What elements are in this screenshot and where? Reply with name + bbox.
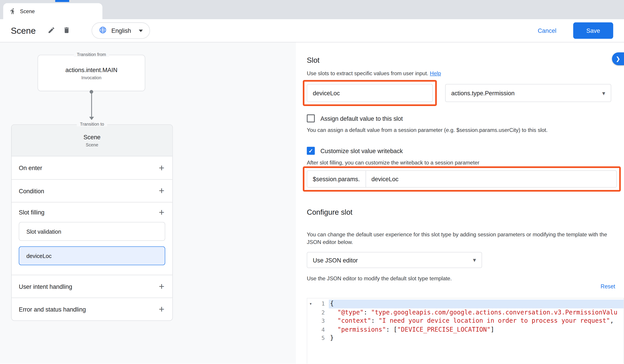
writeback-highlight: $session.params. — [303, 166, 621, 192]
slot-validation-item[interactable]: Slot validation — [19, 222, 165, 241]
connector-line — [91, 93, 92, 117]
app-header: Scene English Cancel Save — [0, 19, 624, 42]
tab-title: Scene — [20, 8, 35, 14]
code-line[interactable]: 5} — [307, 334, 624, 343]
writeback-checkbox[interactable]: ✓ — [307, 147, 315, 155]
writeback-field: $session.params. — [307, 171, 617, 188]
app-window: Scene Scene English Cancel Save — [0, 0, 624, 364]
connector-arrowhead-icon — [89, 117, 94, 120]
transition-from-node[interactable]: Transition from actions.intent.MAIN Invo… — [37, 55, 145, 91]
user-intent-handling-row[interactable]: User intent handling + — [12, 275, 173, 297]
walking-person-icon — [10, 8, 16, 15]
edit-scene-button[interactable] — [44, 23, 59, 38]
intent-name: actions.intent.MAIN — [65, 66, 117, 73]
error-status-handling-row[interactable]: Error and status handling + — [12, 297, 173, 320]
code-line[interactable]: 3 "context": "I need your device locatio… — [307, 317, 624, 326]
code-line[interactable]: ▾1{ — [307, 300, 624, 308]
slot-list: Slot validation deviceLoc — [12, 222, 173, 275]
check-icon: ✓ — [309, 148, 313, 154]
default-help-text: You can assign a default value from a se… — [307, 127, 624, 133]
add-user-intent-icon[interactable]: + — [159, 282, 164, 291]
slot-section-title: Slot — [307, 56, 624, 65]
intent-subtitle: Invocation — [81, 75, 102, 80]
transition-from-caption: Transition from — [74, 52, 109, 57]
chevron-right-icon: ❯ — [616, 55, 621, 62]
globe-icon — [99, 26, 107, 35]
page-title: Scene — [11, 26, 36, 36]
line-number: 5 — [307, 334, 329, 343]
scene-node-title: Scene — [83, 134, 101, 140]
line-number: 3 — [307, 317, 329, 326]
scene-node-subtitle: Scene — [86, 142, 98, 147]
help-link[interactable]: Help — [430, 70, 441, 76]
scene-node-header[interactable]: Transition to Scene Scene — [12, 125, 173, 156]
transition-to-caption: Transition to — [77, 122, 107, 127]
slot-type-select[interactable]: actions.type.Permission ▾ — [445, 84, 611, 102]
code-line[interactable]: 4 "permissions": ["DEVICE_PRECISE_LOCATI… — [307, 325, 624, 334]
delete-scene-button[interactable] — [59, 23, 74, 38]
json-editor-helper: Use the JSON editor to modify the defaul… — [307, 276, 624, 282]
writeback-help-text: After slot filling, you can customize th… — [307, 159, 624, 166]
dropdown-caret-icon: ▾ — [602, 89, 605, 97]
add-on-enter-icon[interactable]: + — [159, 163, 164, 173]
slot-name-highlight — [303, 80, 437, 106]
fold-caret-icon[interactable]: ▾ — [309, 300, 312, 308]
slot-name-input[interactable] — [307, 84, 433, 102]
save-button[interactable]: Save — [573, 22, 613, 39]
tab-strip-accent — [55, 0, 69, 2]
scene-node-card: Transition to Scene Scene On enter + Con… — [11, 124, 173, 321]
code-line[interactable]: 2 "@type": "type.googleapis.com/google.a… — [307, 308, 624, 317]
add-error-handling-icon[interactable]: + — [159, 304, 164, 314]
slot-filling-row[interactable]: Slot filling + — [12, 202, 173, 222]
slot-editor-panel: ❯ Slot Use slots to extract specific val… — [296, 42, 624, 364]
collapse-panel-button[interactable]: ❯ — [612, 52, 624, 65]
configure-description: You can change the default user experien… — [307, 231, 610, 246]
line-number: ▾1 — [307, 300, 329, 308]
configure-slot-title: Configure slot — [307, 208, 624, 217]
pencil-icon — [48, 26, 55, 35]
dropdown-caret-icon: ▾ — [473, 257, 476, 263]
language-selector[interactable]: English — [92, 22, 150, 39]
line-number: 4 — [307, 325, 329, 334]
browser-tab-strip: Scene — [0, 0, 624, 19]
line-number: 2 — [307, 308, 329, 317]
condition-row[interactable]: Condition + — [12, 179, 173, 202]
scene-browser-tab[interactable]: Scene — [3, 3, 102, 19]
editor-mode-select[interactable]: Use JSON editor ▾ — [307, 252, 482, 268]
session-params-prefix: $session.params. — [307, 171, 366, 187]
add-condition-icon[interactable]: + — [159, 186, 164, 196]
add-slot-icon[interactable]: + — [159, 207, 164, 217]
language-label: English — [111, 27, 131, 34]
slot-description: Use slots to extract specific values fro… — [307, 70, 624, 76]
reset-link[interactable]: Reset — [600, 283, 615, 290]
trash-icon — [63, 26, 70, 35]
dropdown-caret-icon — [139, 29, 143, 32]
slot-deviceloc-item[interactable]: deviceLoc — [19, 246, 165, 265]
cancel-button[interactable]: Cancel — [535, 27, 559, 34]
scene-diagram: Transition from actions.intent.MAIN Invo… — [0, 42, 296, 364]
json-editor-lines: ▾1{2 "@type": "type.googleapis.com/googl… — [307, 300, 624, 342]
writeback-value-input[interactable] — [366, 171, 616, 187]
json-editor[interactable]: ▾1{2 "@type": "type.googleapis.com/googl… — [307, 298, 624, 364]
assign-default-checkbox[interactable] — [307, 114, 315, 123]
on-enter-row[interactable]: On enter + — [12, 156, 173, 179]
